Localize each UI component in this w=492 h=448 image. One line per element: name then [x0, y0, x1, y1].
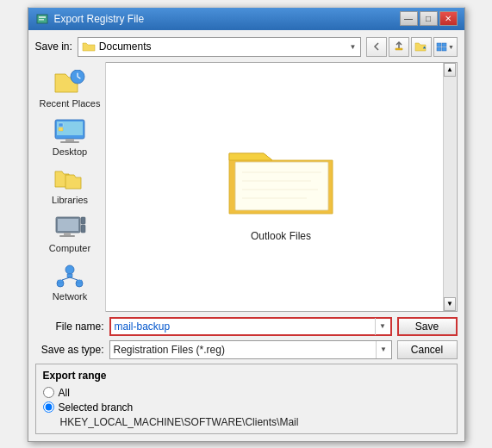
- svg-rect-13: [59, 123, 63, 127]
- registry-icon: [35, 12, 49, 26]
- view-menu-icon: [436, 41, 448, 52]
- sidebar: Recent Places: [35, 62, 106, 312]
- export-registry-dialog: Export Registry File — □ ✕ Save in: Docu…: [28, 7, 465, 442]
- export-range-title: Export range: [43, 370, 450, 382]
- scroll-track: [444, 77, 456, 297]
- export-range: Export range All Selected branch HKEY_LO…: [35, 364, 458, 434]
- sidebar-item-desktop[interactable]: Desktop: [36, 114, 103, 160]
- radio-row-selected: Selected branch: [43, 401, 450, 414]
- svg-rect-5: [442, 43, 446, 47]
- title-text: Export Registry File: [54, 13, 145, 25]
- svg-rect-11: [65, 139, 74, 141]
- back-icon: [371, 41, 382, 52]
- svg-rect-1: [39, 16, 46, 18]
- sidebar-item-computer[interactable]: Computer: [36, 210, 103, 257]
- recent-places-icon: [53, 69, 87, 96]
- new-folder-button[interactable]: *: [411, 37, 432, 57]
- toolbar-buttons: * ▼: [366, 37, 458, 57]
- sidebar-item-label: Network: [53, 291, 87, 302]
- radio-all[interactable]: [43, 387, 54, 398]
- network-icon: [53, 262, 87, 289]
- svg-rect-2: [39, 19, 44, 21]
- svg-rect-29: [235, 162, 328, 210]
- sidebar-item-label: Computer: [49, 243, 90, 253]
- svg-rect-19: [81, 217, 85, 224]
- main-area: Recent Places: [35, 62, 458, 312]
- svg-rect-24: [58, 280, 63, 283]
- svg-rect-6: [437, 47, 441, 51]
- svg-rect-16: [58, 219, 78, 231]
- svg-line-28: [70, 277, 78, 280]
- sidebar-item-recent-places[interactable]: Recent Places: [36, 65, 103, 112]
- file-type-dropdown-arrow[interactable]: ▼: [376, 341, 391, 358]
- folder-label: Outlook Files: [251, 230, 311, 242]
- close-button[interactable]: ✕: [439, 11, 458, 26]
- sidebar-item-libraries[interactable]: Libraries: [36, 162, 103, 208]
- file-type-combo[interactable]: Registration Files (*.reg) ▼: [109, 340, 392, 359]
- scroll-up-button[interactable]: ▲: [444, 63, 456, 77]
- svg-line-27: [62, 277, 70, 280]
- view-menu-button[interactable]: ▼: [433, 37, 458, 57]
- svg-rect-12: [60, 141, 79, 143]
- save-in-row: Save in: Documents ▼: [35, 37, 458, 57]
- sidebar-item-label: Recent Places: [40, 98, 101, 109]
- new-folder-icon: *: [414, 40, 428, 53]
- dialog-body: Save in: Documents ▼: [28, 30, 464, 441]
- file-name-label: File name:: [35, 320, 104, 333]
- svg-rect-20: [81, 225, 85, 233]
- branch-path: HKEY_LOCAL_MACHINE\SOFTWARE\Clients\Mail: [60, 416, 450, 428]
- svg-rect-22: [67, 274, 72, 277]
- sidebar-item-label: Libraries: [52, 195, 88, 205]
- svg-text:*: *: [423, 45, 427, 53]
- svg-point-21: [65, 265, 74, 274]
- radio-all-label[interactable]: All: [59, 387, 70, 399]
- svg-rect-7: [442, 47, 446, 51]
- cancel-button[interactable]: Cancel: [397, 340, 458, 359]
- svg-rect-4: [437, 43, 441, 47]
- save-in-label: Save in:: [35, 40, 72, 53]
- save-in-arrow: ▼: [350, 43, 357, 51]
- up-button[interactable]: [389, 37, 409, 57]
- maximize-button[interactable]: □: [420, 11, 438, 26]
- save-button[interactable]: Save: [397, 317, 458, 336]
- save-in-value: Documents: [99, 40, 346, 53]
- radio-selected-label[interactable]: Selected branch: [59, 401, 134, 414]
- save-as-type-label: Save as type:: [35, 344, 104, 356]
- svg-rect-17: [64, 233, 71, 235]
- folder-item[interactable]: [221, 132, 341, 227]
- save-in-combo[interactable]: Documents ▼: [78, 37, 361, 57]
- radio-selected-branch[interactable]: [43, 401, 54, 413]
- file-name-input[interactable]: [111, 320, 375, 333]
- svg-rect-14: [59, 128, 63, 131]
- sidebar-item-network[interactable]: Network: [36, 258, 103, 305]
- computer-icon: [53, 214, 87, 241]
- svg-rect-26: [77, 280, 82, 283]
- file-type-value: Registration Files (*.reg): [110, 344, 376, 356]
- svg-rect-18: [59, 235, 75, 237]
- file-name-dropdown-arrow[interactable]: ▼: [375, 318, 390, 335]
- title-bar-left: Export Registry File: [35, 12, 145, 26]
- folder-small-icon: [82, 40, 96, 53]
- title-bar: Export Registry File — □ ✕: [28, 8, 464, 30]
- desktop-icon: [53, 117, 87, 145]
- up-icon: [393, 40, 405, 53]
- libraries-icon: [53, 165, 87, 193]
- radio-row-all: All: [43, 387, 450, 399]
- minimize-button[interactable]: —: [400, 11, 418, 26]
- sidebar-item-label: Desktop: [53, 146, 87, 157]
- file-view[interactable]: Outlook Files ▲ ▼: [106, 62, 458, 312]
- file-name-input-wrap[interactable]: ▼: [109, 317, 392, 336]
- file-name-row: File name: ▼ Save: [35, 317, 458, 336]
- scroll-down-button[interactable]: ▼: [444, 297, 456, 311]
- scrollbar[interactable]: ▲ ▼: [443, 63, 457, 311]
- folder-large-icon: [225, 136, 337, 222]
- back-button[interactable]: [366, 37, 387, 57]
- file-type-row: Save as type: Registration Files (*.reg)…: [35, 340, 458, 359]
- title-buttons: — □ ✕: [400, 11, 458, 26]
